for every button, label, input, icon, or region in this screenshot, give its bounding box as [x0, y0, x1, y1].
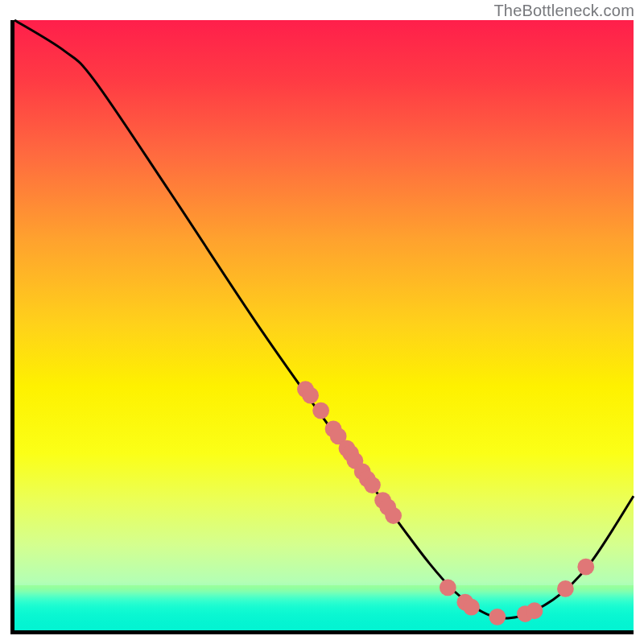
bottleneck-curve: [14, 20, 634, 618]
data-points: [297, 381, 594, 625]
data-point: [577, 559, 594, 576]
data-point: [463, 599, 480, 616]
chart-frame: [10, 20, 634, 634]
chart-svg: [14, 20, 634, 630]
data-point: [526, 602, 543, 619]
data-point: [385, 507, 402, 524]
data-point: [364, 477, 381, 493]
data-point: [312, 402, 329, 419]
data-point: [302, 387, 319, 404]
watermark-text: TheBottleneck.com: [493, 2, 634, 20]
data-point: [489, 609, 506, 625]
data-point: [440, 580, 456, 597]
data-point: [557, 580, 574, 597]
